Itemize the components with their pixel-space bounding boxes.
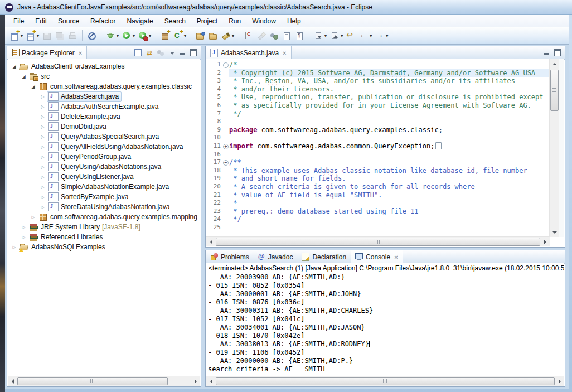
tree-item[interactable]: ▷QueryUsingListener.java [8, 172, 200, 182]
format-button[interactable] [255, 29, 267, 42]
console-output[interactable]: AA: 20003900 AB: {AE:SMITH,AD:}- 015 ISN… [206, 273, 564, 376]
new-class-dropdown-icon[interactable]: ▾ [184, 33, 186, 38]
fold-margin[interactable] [222, 224, 229, 232]
fold-margin[interactable] [222, 134, 229, 142]
menu-item-file[interactable]: File [8, 16, 30, 27]
code-line[interactable]: 24 */ [206, 215, 550, 224]
tree-item[interactable]: ▷AdabasAuthSearchExample.java [8, 101, 200, 112]
code-line[interactable]: 18 * This example uses Adabas classic no… [206, 167, 550, 175]
minimize-icon[interactable] [544, 53, 549, 55]
tree-item[interactable]: ▷com.softwareag.adabas.query.examples.ma… [8, 212, 200, 222]
expander-icon[interactable]: ▷ [38, 205, 47, 210]
debug-button[interactable]: ▾ [105, 29, 120, 42]
fold-margin[interactable] [222, 77, 229, 85]
new-button[interactable]: ▾ [9, 29, 24, 42]
fold-margin[interactable]: − [222, 158, 229, 167]
scroll-right-icon[interactable] [540, 237, 550, 246]
tab-package-explorer[interactable]: Package Explorer × [7, 46, 87, 59]
scroll-left-icon[interactable] [206, 237, 216, 246]
expander-icon[interactable]: ▷ [10, 245, 18, 250]
code-line[interactable]: 6 * as specifically provided for in your… [206, 101, 550, 110]
fold-margin[interactable]: + [222, 142, 229, 151]
expander-icon[interactable]: ▷ [20, 235, 28, 240]
menu-item-navigate[interactable]: Navigate [121, 16, 158, 27]
last-edit-location-button[interactable] [345, 29, 357, 42]
next-annotation-dropdown-icon[interactable]: ▾ [324, 33, 327, 38]
code-line[interactable]: 20 * A search criteria is given to searc… [206, 183, 550, 191]
code-line[interactable]: 1−/* [206, 61, 550, 69]
previous-annotation-button[interactable]: ▾ [329, 29, 344, 42]
close-icon[interactable]: × [394, 254, 398, 260]
tree-item[interactable]: ▷JRE System Library [JavaSE-1.8] [8, 222, 200, 232]
expander-icon[interactable]: ◢ [20, 74, 28, 79]
new-class-button[interactable]: ▾ [172, 29, 187, 42]
fold-margin[interactable] [222, 199, 229, 207]
expander-icon[interactable]: ▷ [38, 104, 47, 109]
fold-margin[interactable] [222, 69, 229, 78]
forward-dropdown-icon[interactable]: ▾ [386, 33, 388, 38]
tree-item[interactable]: ▷DeleteExample.java [8, 112, 200, 122]
fold-margin[interactable]: − [222, 61, 229, 69]
minimize-icon[interactable] [180, 53, 185, 55]
code-line[interactable]: 19 * and short name for fields. [206, 175, 550, 183]
tree-item[interactable]: ▷AdabasNoSQLExamples [8, 242, 200, 252]
expander-icon[interactable]: ▷ [38, 134, 47, 139]
fold-margin[interactable] [222, 151, 229, 159]
scroll-up-icon[interactable] [550, 59, 559, 69]
tree-item[interactable]: ▷AdabasSearch.java [8, 91, 200, 101]
new-wizard-button[interactable]: ▾ [25, 29, 40, 42]
code-line[interactable]: 3 * Inc., Reston, VA, USA, and/or its su… [206, 77, 550, 85]
next-annotation-button[interactable]: ▾ [313, 29, 328, 42]
menu-item-window[interactable]: Window [246, 16, 282, 27]
menu-item-source[interactable]: Source [52, 16, 85, 27]
fold-margin[interactable] [222, 126, 229, 134]
code-editor[interactable]: 1−/*2 * Copyright (c) 2015 Software AG, … [206, 59, 550, 237]
show-whitespace-button[interactable] [294, 29, 306, 42]
code-line[interactable]: 25 [206, 224, 550, 232]
editor-hscrollbar[interactable] [206, 236, 550, 246]
collapsed-region-icon[interactable] [435, 142, 442, 149]
fold-margin[interactable] [222, 167, 229, 175]
expander-icon[interactable]: ◢ [10, 64, 18, 69]
close-icon[interactable]: × [283, 50, 286, 56]
fold-plus-icon[interactable]: + [223, 144, 229, 149]
fold-margin[interactable] [222, 110, 229, 118]
view-menu-icon[interactable] [170, 52, 174, 55]
menu-item-help[interactable]: Help [282, 16, 307, 27]
tree-item[interactable]: ◢AdabasClientForJavaExamples [8, 61, 200, 71]
fold-margin[interactable] [222, 215, 229, 224]
scroll-right-icon[interactable] [191, 376, 200, 386]
fold-minus-icon[interactable]: − [223, 62, 229, 68]
print-button[interactable] [67, 29, 79, 42]
forward-button[interactable]: ▾ [374, 29, 389, 42]
focus-icon[interactable] [157, 50, 165, 56]
fold-margin[interactable] [222, 175, 229, 183]
open-declaration-button[interactable] [281, 29, 293, 42]
fold-margin[interactable] [222, 183, 229, 191]
import-button[interactable] [195, 29, 206, 42]
tab-adabassearch-java[interactable]: AdabasSearch.java × [206, 46, 292, 59]
close-icon[interactable]: × [79, 50, 82, 56]
tab-declaration[interactable]: Declaration [297, 250, 351, 263]
code-line[interactable]: 2 * Copyright (c) 2015 Software AG, Darm… [206, 69, 550, 78]
tab-javadoc[interactable]: Javadoc [254, 250, 298, 263]
expander-icon[interactable]: ▷ [38, 195, 47, 200]
scroll-down-icon[interactable] [550, 228, 559, 237]
back-button[interactable]: ▾ [358, 29, 373, 42]
tree-item[interactable]: ◢src [8, 71, 200, 81]
expander-icon[interactable]: ▷ [38, 154, 47, 159]
package-explorer-hscrollbar[interactable] [8, 376, 200, 386]
external-tools-button[interactable]: ▾ [137, 29, 152, 42]
scrollbar-thumb[interactable] [17, 377, 168, 385]
menu-item-refactor[interactable]: Refactor [85, 16, 121, 27]
fold-margin[interactable] [222, 118, 229, 126]
fold-margin[interactable] [222, 191, 229, 200]
export-button[interactable] [207, 29, 219, 42]
code-line[interactable]: 8 [206, 118, 550, 126]
fold-margin[interactable] [222, 101, 229, 110]
scrollbar-thumb[interactable] [216, 377, 555, 385]
link-with-editor-icon[interactable]: ⇄ [147, 50, 152, 56]
code-line[interactable]: 23 * prereq.: demo database started usin… [206, 207, 550, 216]
menu-item-run[interactable]: Run [223, 16, 246, 27]
external-tools-dropdown-icon[interactable]: ▾ [149, 33, 151, 38]
